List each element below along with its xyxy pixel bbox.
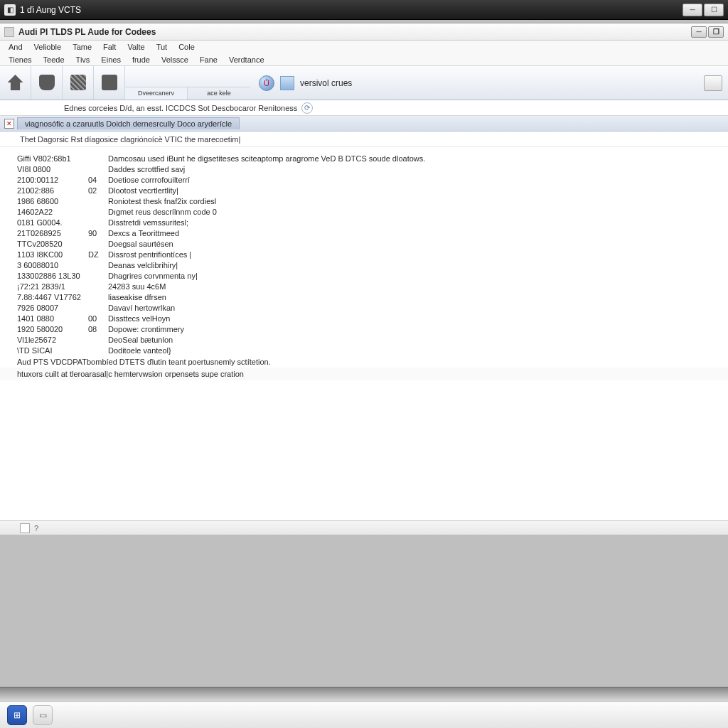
table-row[interactable]: \TD SICAIDoditoele vanteol} [0, 345, 728, 355]
menu1-item[interactable]: Velioble [28, 42, 68, 52]
tab-selected[interactable]: viagnosófic a czaruutls Doidch dernesrcu… [17, 117, 240, 129]
car-icon [39, 75, 55, 90]
table-row[interactable]: ¡72:21 2839/124283 suu 4c6M [0, 281, 728, 291]
tool-scan-button[interactable] [63, 66, 94, 100]
code-cell: TTCv208520 [17, 240, 88, 248]
outer-title: 1 ďi Aung VCTS [20, 5, 81, 15]
table-row[interactable]: Vl1le25672DeoSeal bætunlon [0, 334, 728, 345]
table-row[interactable]: 1103 I8KC00DZDissrost pentrifiontíces | [0, 249, 728, 259]
tool-home-button[interactable] [0, 66, 31, 100]
code-cell: 21002:886 [17, 186, 88, 195]
column-header: Thet Dagorsic Rst díagosice clagriónoícѐ… [0, 132, 728, 147]
table-row[interactable]: 1401 088000Dissttecs velHoyn [0, 313, 728, 323]
table-row[interactable]: 2100:0011204Doetiose corrrofouilterrí [0, 174, 728, 185]
footer-row: htuxors cuilt at tleroarasal|c hemtervws… [0, 368, 728, 380]
table-row[interactable]: 21002:88602Dlootost vecrtlertlity| [0, 185, 728, 196]
inner-restore-button[interactable]: ❐ [708, 26, 724, 38]
desc-cell: Doetiose corrrofouilterrí [108, 176, 728, 184]
app-window: Audi PI TLDS PL Aude for Codees ─ ❐ And … [0, 23, 728, 535]
tab-bar: ✕ viagnosófic a czaruutls Doidch dernesr… [0, 116, 728, 132]
code-cell: 133002886 13L30 [17, 272, 88, 280]
minimize-button[interactable]: ─ [682, 4, 702, 16]
results-table: Giffi V802:68b1Damcosau used iBunt he di… [0, 147, 728, 524]
doc-icon [4, 27, 14, 37]
table-row[interactable]: VI8I 0800Daddes scrottfied savj [0, 164, 728, 174]
menu2-item[interactable]: frude [127, 55, 156, 65]
menu2-item[interactable]: Tienes [3, 55, 38, 65]
info-icon[interactable]: Ů [259, 75, 274, 91]
table-row[interactable]: 133002886 13L30Dhagrires corvnmenta ny| [0, 270, 728, 281]
desc-cell: Dexcs a Teorittmeed [108, 229, 728, 237]
taskbar-button[interactable]: ▭ [33, 705, 53, 725]
num-cell: 02 [88, 186, 108, 195]
desc-cell: DeoSeal bætunlon [108, 336, 728, 344]
filter-bar: Ednes corceies D/d, an esst. ICCDCS Sot … [0, 100, 728, 116]
menu-bar-1: And Velioble Tame Falt Valte Tut Cole [0, 41, 728, 53]
tab-dveercanerv[interactable]: Dveercanerv [125, 87, 188, 100]
tab-ace-kele[interactable]: ace kele [188, 87, 250, 100]
app-icon: ◧ [4, 4, 16, 16]
num-cell: 08 [88, 325, 108, 333]
window-divider [0, 687, 728, 701]
table-row[interactable]: 1920 58002008Dopowe: crontimmery [0, 323, 728, 334]
toolbar-label: versivol crues [300, 78, 352, 88]
table-row[interactable]: Giffi V802:68b1Damcosau used iBunt he di… [0, 153, 728, 164]
table-row[interactable]: 7926 08007Davaví hertowrlkan [0, 302, 728, 313]
code-cell: 21T0268925 [17, 229, 88, 237]
taskbar: ⊞ ▭ [0, 701, 728, 728]
menu2-item[interactable]: Fane [194, 55, 223, 65]
summary-row: Aud PTS VDCDPATbombíed DTETS ďlutin tean… [0, 355, 728, 368]
code-cell: 3 60088010 [17, 261, 88, 269]
menu2-item[interactable]: Teede [38, 55, 70, 65]
desc-cell: Dissrost pentrifiontíces | [108, 250, 728, 259]
menu2-item[interactable]: Tivs [70, 55, 96, 65]
menu2-item[interactable]: Eines [95, 55, 127, 65]
status-icon [20, 523, 30, 533]
menu1-item[interactable]: Valte [122, 42, 150, 52]
tool-module-button[interactable] [94, 66, 125, 100]
refresh-icon[interactable]: ⟳ [301, 102, 313, 114]
code-cell: Vl1le25672 [17, 336, 88, 344]
table-row[interactable]: 0181 G0004.Disstretdi vemssuritesl; [0, 217, 728, 228]
menu1-item[interactable]: Falt [97, 42, 122, 52]
table-row[interactable]: 14602A22Dıgmet reus descrílnnm code 0 [0, 206, 728, 217]
table-row[interactable]: TTCv208520Doegsal saurtésen [0, 238, 728, 249]
menu2-item[interactable]: Verdtance [223, 55, 270, 65]
desc-cell: Doditoele vanteol} [108, 346, 728, 355]
table-row[interactable]: 21T026892590Dexcs a Teorittmeed [0, 228, 728, 238]
desc-cell: Dopowe: crontimmery [108, 325, 728, 333]
num-cell: 90 [88, 229, 108, 237]
code-cell: \TD SICAI [17, 346, 88, 355]
num-cell: DZ [88, 250, 108, 259]
code-cell: Giffi V802:68b1 [17, 154, 88, 163]
menu1-item[interactable]: Tut [151, 42, 173, 52]
code-cell: 7926 08007 [17, 304, 88, 312]
home-icon [8, 75, 23, 90]
status-bar: ? [0, 520, 728, 535]
menu1-item[interactable]: Cole [173, 42, 200, 52]
num-cell: 00 [88, 314, 108, 323]
close-tab-icon[interactable]: ✕ [4, 119, 14, 129]
options-icon[interactable] [280, 76, 294, 90]
taskbar-app-button[interactable]: ⊞ [7, 705, 27, 725]
code-cell: 2100:00112 [17, 176, 88, 184]
table-row[interactable]: 1986 68600Roniotest thesk fnaf2ix cordie… [0, 196, 728, 206]
menu1-item[interactable]: Tame [67, 42, 97, 52]
table-row[interactable]: 7.88:4467 V17762liaseakise dfrsen [0, 291, 728, 302]
maximize-button[interactable]: ☐ [704, 4, 724, 16]
module-icon [102, 75, 117, 90]
inner-minimize-button[interactable]: ─ [691, 26, 707, 38]
table-row[interactable]: 3 60088010Deanas velclibrihiry| [0, 259, 728, 270]
desc-cell: Dıgmet reus descrílnnm code 0 [108, 208, 728, 216]
menu2-item[interactable]: Velssce [156, 55, 194, 65]
code-cell: VI8I 0800 [17, 165, 88, 173]
menu1-item[interactable]: And [3, 42, 28, 52]
desc-cell: 24283 suu 4c6M [108, 282, 728, 291]
code-cell: 14602A22 [17, 208, 88, 216]
outer-titlebar: ◧ 1 ďi Aung VCTS ─ ☐ [0, 0, 728, 20]
inner-title: Audi PI TLDS PL Aude for Codees [18, 27, 156, 37]
desc-cell: Damcosau used iBunt he digsetiteses scit… [108, 154, 728, 163]
tool-car-button[interactable] [31, 66, 63, 100]
toolbar-right-button[interactable] [704, 75, 722, 91]
desc-cell: Doegsal saurtésen [108, 240, 728, 248]
